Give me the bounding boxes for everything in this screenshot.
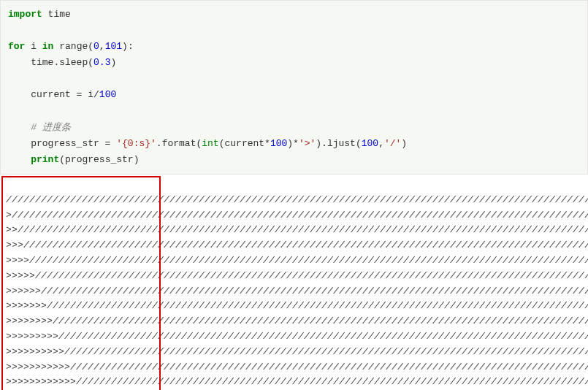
code-number: 0.3 [93, 57, 110, 68]
code-keyword-in: in [42, 41, 54, 52]
output-line: >>>/////////////////////////////////////… [6, 238, 582, 253]
code-token: time.sleep( [8, 57, 93, 68]
output-line: >>>>>>>>>>>/////////////////////////////… [6, 360, 582, 375]
code-token: ) [110, 57, 116, 68]
output-line: >>>>>>>>>>//////////////////////////////… [6, 345, 582, 360]
output-line: >>>>////////////////////////////////////… [6, 253, 582, 269]
code-token: .format( [156, 138, 202, 149]
output-line: >>>>>>>>>>>>////////////////////////////… [6, 375, 582, 390]
code-token: ): [122, 41, 134, 52]
code-token: )* [287, 138, 299, 149]
code-token: current = i [8, 89, 93, 100]
code-token: , [99, 41, 105, 52]
code-number: 101 [105, 41, 122, 52]
code-string: '{0:s}' [116, 138, 156, 149]
code-token: ) [401, 138, 407, 149]
code-token: progress_str = [8, 138, 116, 149]
code-token: , [378, 138, 384, 149]
code-token: (progress_str) [59, 154, 139, 165]
code-builtin-print: print [31, 154, 59, 165]
code-token: ).ljust( [316, 138, 361, 149]
output-line: >>>>>///////////////////////////////////… [6, 269, 582, 284]
code-keyword-for: for [8, 41, 25, 52]
output-line: >>>>>>>>>///////////////////////////////… [6, 329, 582, 345]
code-token: (current* [219, 138, 270, 149]
code-number: 100 [99, 89, 116, 100]
code-string: '>' [299, 138, 316, 149]
code-comment: # 进度条 [8, 122, 71, 133]
output-line: >>>>>>//////////////////////////////////… [6, 284, 582, 299]
output-line: >///////////////////////////////////////… [6, 208, 582, 223]
code-number: 100 [270, 138, 287, 149]
output-block: ////////////////////////////////////////… [0, 175, 588, 390]
code-token: time [42, 9, 71, 20]
output-line: >>//////////////////////////////////////… [6, 223, 582, 238]
code-string: '/' [384, 138, 401, 149]
code-builtin-int: int [202, 138, 218, 149]
output-line: >>>>>>>/////////////////////////////////… [6, 299, 582, 314]
code-token [8, 154, 31, 165]
code-number: 100 [362, 138, 378, 149]
code-block: import time for i in range(0,101): time.… [0, 0, 588, 175]
code-token: i [25, 41, 42, 52]
code-token: ( [88, 41, 93, 52]
code-keyword-import: import [8, 9, 42, 20]
code-token: / [93, 89, 99, 100]
output-line: ////////////////////////////////////////… [6, 193, 582, 208]
code-number: 0 [93, 41, 99, 52]
output-line: >>>>>>>>////////////////////////////////… [6, 314, 582, 329]
code-token: range [53, 41, 88, 52]
